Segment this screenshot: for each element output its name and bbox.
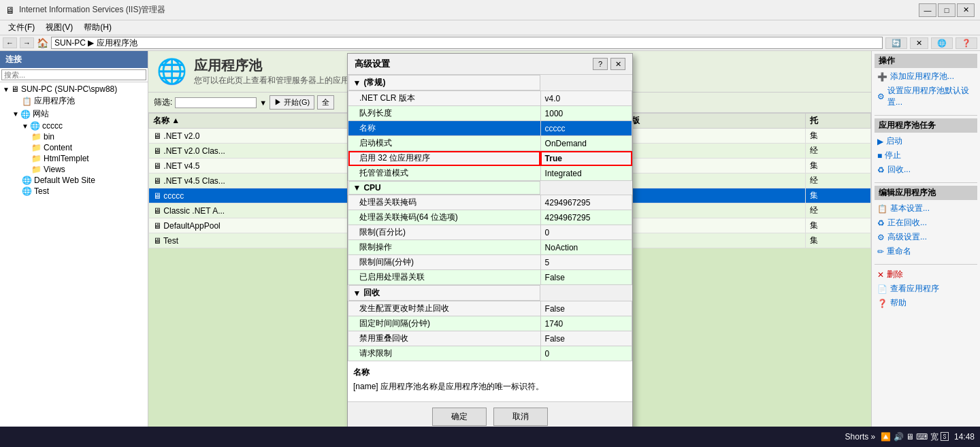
setting-row-config-change[interactable]: 发生配置更改时禁止回收 False xyxy=(348,301,632,316)
collapse-recycling-icon: ▼ xyxy=(353,288,361,298)
taskbar: Shorts » 🔼 🔊 🖥 ⌨ 宽 🅂 14:48 xyxy=(0,427,980,447)
dialog-title-bar: 高级设置 ? ✕ xyxy=(348,54,632,75)
taskbar-label: Shorts » xyxy=(845,432,876,442)
setting-row-32bit[interactable]: 启用 32 位应用程序 True xyxy=(348,151,632,166)
dialog-body: ▼ (常规) .NET CLR 版本 v4.0 队列长度 1000 名称 ccc… xyxy=(348,75,632,361)
setting-row-cpu-affinity[interactable]: 已启用处理器关联 False xyxy=(348,270,632,285)
dialog-description: 名称 [name] 应用程序池名称是应用程序池的唯一标识符。 xyxy=(348,361,632,401)
dialog-controls: ? ✕ xyxy=(593,58,625,70)
desc-text: [name] 应用程序池名称是应用程序池的唯一标识符。 xyxy=(353,381,627,393)
dialog-overlay: 高级设置 ? ✕ ▼ (常规) .NET CLR 版本 v4.0 xyxy=(0,0,980,447)
setting-row-fixed-interval[interactable]: 固定时间间隔(分钟) 1740 xyxy=(348,316,632,331)
section-header-cpu[interactable]: ▼ CPU xyxy=(348,181,632,195)
setting-row-cpu-mask64[interactable]: 处理器关联掩码(64 位选项) 4294967295 xyxy=(348,210,632,225)
dialog-title: 高级设置 xyxy=(355,58,390,70)
section-header-recycling[interactable]: ▼ 回收 xyxy=(348,285,632,301)
collapse-icon: ▼ xyxy=(353,78,361,88)
advanced-settings-dialog: 高级设置 ? ✕ ▼ (常规) .NET CLR 版本 v4.0 xyxy=(347,53,633,432)
setting-row-limit-action[interactable]: 限制操作 NoAction xyxy=(348,240,632,255)
setting-row-pipe[interactable]: 托管管道模式 Integrated xyxy=(348,166,632,181)
setting-row-name-selected[interactable]: 名称 ccccc xyxy=(348,121,632,136)
setting-row-cpu-mask[interactable]: 处理器关联掩码 4294967295 xyxy=(348,195,632,210)
setting-row-request-limit[interactable]: 请求限制 0 xyxy=(348,346,632,361)
dialog-cancel-button[interactable]: 取消 xyxy=(493,408,548,426)
taskbar-time: 14:48 xyxy=(954,432,975,442)
setting-row-clr[interactable]: .NET CLR 版本 v4.0 xyxy=(348,91,632,106)
dialog-help-button[interactable]: ? xyxy=(593,58,608,70)
setting-row-limit-interval[interactable]: 限制间隔(分钟) 5 xyxy=(348,255,632,270)
taskbar-icons: 🔼 🔊 🖥 ⌨ 宽 🅂 xyxy=(881,431,949,443)
setting-row-queue[interactable]: 队列长度 1000 xyxy=(348,106,632,121)
dialog-close-button[interactable]: ✕ xyxy=(610,58,625,70)
setting-row-overlap-recycle[interactable]: 禁用重叠回收 False xyxy=(348,331,632,346)
collapse-cpu-icon: ▼ xyxy=(353,183,361,193)
setting-row-startmode[interactable]: 启动模式 OnDemand xyxy=(348,136,632,151)
dialog-ok-button[interactable]: 确定 xyxy=(432,408,487,426)
desc-title: 名称 xyxy=(353,367,627,378)
settings-table: ▼ (常规) .NET CLR 版本 v4.0 队列长度 1000 名称 ccc… xyxy=(348,75,632,361)
section-header-general[interactable]: ▼ (常规) xyxy=(348,75,632,91)
setting-row-limit-pct[interactable]: 限制(百分比) 0 xyxy=(348,225,632,240)
